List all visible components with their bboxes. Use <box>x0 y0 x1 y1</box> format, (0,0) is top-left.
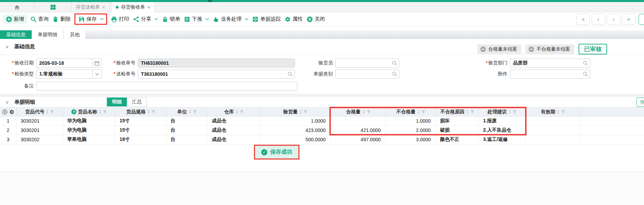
tab-other[interactable]: 其他 <box>64 30 86 39</box>
accept-no-input[interactable] <box>138 59 295 67</box>
help-icon[interactable]: ? <box>71 109 76 114</box>
column-header-qualified-qty[interactable]: 合格量 <box>331 107 386 116</box>
prev-record-button[interactable]: ‹ <box>592 14 605 25</box>
tab-detail-rows[interactable]: 明细 <box>107 98 127 106</box>
cell-handling-advice[interactable]: 3.返工/返修 <box>479 135 525 144</box>
cell-unqualified-qty[interactable]: 3.0000 <box>386 135 436 144</box>
filter-icon[interactable] <box>367 110 370 114</box>
table-row[interactable]: 2 3030201 华为电脑 15寸 台 成品仓 423.0000 421.00… <box>0 126 644 135</box>
table-row[interactable]: 3 3030202 苹果电脑 18寸 台 成品仓 500.0000 497.00… <box>0 135 644 144</box>
save-button[interactable]: 保存 <box>79 16 104 22</box>
column-header-warehouse[interactable]: 仓库 <box>208 107 260 116</box>
row-number[interactable]: 1 <box>0 116 17 125</box>
cell-warehouse[interactable]: 成品仓 <box>208 135 260 144</box>
window-tab-songjiandan[interactable]: 存货送检单 × <box>72 2 110 12</box>
add-button[interactable]: 新增 <box>3 14 27 24</box>
push-down-button[interactable]: 下推 <box>184 16 209 22</box>
dept-input[interactable] <box>510 59 590 67</box>
query-button[interactable]: 查询 <box>30 16 49 22</box>
cell-item-name[interactable]: 华为电脑 <box>63 126 115 135</box>
cell-item-code[interactable]: 3030202 <box>17 135 63 144</box>
cell-qualified-qty[interactable]: 421.0000 <box>331 126 386 135</box>
close-button[interactable]: 关闭 <box>307 16 325 22</box>
first-record-button[interactable]: « <box>576 14 590 25</box>
filter-icon[interactable] <box>103 110 107 114</box>
cell-expiry[interactable] <box>525 135 581 144</box>
tab-summary[interactable]: 汇总 <box>127 98 147 106</box>
sort-icon[interactable] <box>299 110 302 114</box>
filter-icon[interactable] <box>193 110 197 114</box>
doc-tracking-button[interactable]: 单据追踪 <box>252 16 281 22</box>
cell-unqualified-qty[interactable]: 2.0000 <box>386 126 436 135</box>
sort-icon[interactable] <box>46 110 49 114</box>
apps-menu-button[interactable] <box>34 2 72 12</box>
filter-icon[interactable] <box>152 110 155 114</box>
cell-warehouse[interactable]: 成品仓 <box>208 116 260 125</box>
select-dropdown-button[interactable] <box>92 70 101 78</box>
tab-detail[interactable]: 单据明细 <box>32 30 64 39</box>
filter-icon[interactable] <box>513 110 517 114</box>
home-button[interactable] <box>0 2 34 12</box>
chevron-down-icon[interactable] <box>154 18 158 20</box>
next-record-button[interactable]: › <box>607 14 620 25</box>
filter-icon[interactable] <box>240 110 244 114</box>
close-tab-icon[interactable]: × <box>102 5 105 10</box>
cell-unit[interactable]: 台 <box>166 126 208 135</box>
accept-date-input[interactable] <box>37 59 92 67</box>
sort-icon[interactable] <box>466 110 469 114</box>
close-tab-icon[interactable]: × <box>147 5 150 10</box>
cell-item-code[interactable]: 3030201 <box>17 116 63 125</box>
filter-icon[interactable] <box>421 110 425 114</box>
column-header-item-spec[interactable]: 货品规格 <box>115 107 166 116</box>
business-process-button[interactable]: 业务处理 <box>213 16 248 22</box>
sort-icon[interactable] <box>147 110 150 114</box>
partial-edge-button[interactable] <box>638 14 644 25</box>
sort-icon[interactable] <box>99 110 102 114</box>
column-header-item-code[interactable]: 货品代号 <box>17 107 63 116</box>
cell-qualified-qty[interactable]: 497.0000 <box>331 135 386 144</box>
delete-button[interactable]: 删除 <box>52 16 71 22</box>
cell-item-name[interactable]: 华为电脑 <box>63 116 115 125</box>
column-header-item-name[interactable]: ? 货品名称 <box>63 107 115 116</box>
cell-expiry[interactable] <box>525 116 581 125</box>
lookup-button[interactable] <box>583 60 588 67</box>
cell-handling-advice[interactable]: 1.报废 <box>479 116 525 125</box>
share-button[interactable]: 分享 <box>133 16 158 22</box>
cell-inspect-qty[interactable]: 1.0000 <box>260 116 331 125</box>
submit-no-input[interactable] <box>138 70 295 78</box>
check-type-input[interactable] <box>37 70 92 78</box>
lookup-button[interactable] <box>583 71 588 78</box>
column-header-inspect-qty[interactable]: 验货量 <box>260 107 331 116</box>
print-button[interactable]: 打印 <box>111 16 129 22</box>
inspector-input[interactable] <box>336 59 399 67</box>
split-button-partial[interactable]: 拆 <box>636 98 644 107</box>
sort-icon[interactable] <box>557 110 560 114</box>
column-header-expiry[interactable]: 有效期 <box>525 107 581 116</box>
cell-qualified-qty[interactable] <box>331 116 386 125</box>
cell-item-spec[interactable]: 18寸 <box>115 135 166 144</box>
row-number[interactable]: 3 <box>0 135 17 144</box>
table-row[interactable]: 1 3030201 华为电脑 15寸 台 成品仓 1.0000 1.0000 损… <box>0 116 644 126</box>
collapse-chevron-icon[interactable]: ∨ <box>6 44 9 49</box>
doc-type-input[interactable] <box>336 70 399 78</box>
cell-unit[interactable]: 台 <box>166 116 208 125</box>
cell-handling-advice[interactable]: 2.入不良品仓 <box>479 126 525 135</box>
column-header-unqualified-reason[interactable]: 不合格原因 <box>436 107 479 116</box>
column-header-unit[interactable]: 单位 <box>166 107 208 116</box>
cell-item-name[interactable]: 苹果电脑 <box>63 135 115 144</box>
cell-unqualified-qty[interactable]: 1.0000 <box>386 116 436 125</box>
cell-warehouse[interactable]: 成品仓 <box>208 126 260 135</box>
cell-unqualified-reason[interactable]: 破损 <box>436 126 479 135</box>
lookup-button[interactable] <box>392 60 397 67</box>
cell-item-spec[interactable]: 15寸 <box>115 126 166 135</box>
lookup-button[interactable] <box>392 71 397 78</box>
lock-button[interactable]: 锁单 <box>162 16 180 22</box>
tab-base-info[interactable]: 基础信息 <box>0 30 32 39</box>
sort-icon[interactable] <box>417 110 420 114</box>
cell-unqualified-reason[interactable]: 颜色不正 <box>436 135 479 144</box>
chevron-down-icon[interactable] <box>245 18 248 20</box>
cell-unit[interactable]: 台 <box>166 135 208 144</box>
remark-input[interactable] <box>37 82 297 90</box>
filter-icon[interactable] <box>561 110 565 114</box>
column-header-unqualified-qty[interactable]: 不合格量 <box>386 107 436 116</box>
